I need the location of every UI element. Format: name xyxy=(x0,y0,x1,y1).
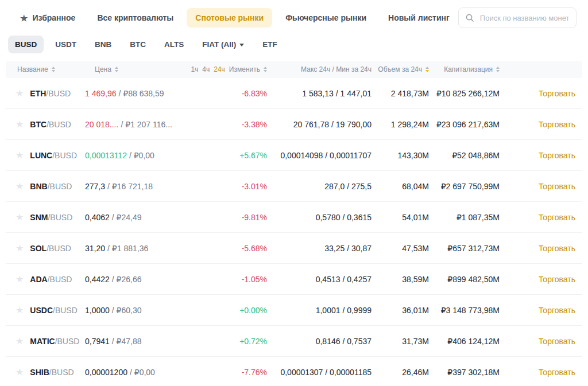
pair-base: LUNC xyxy=(30,151,52,160)
table-row-matic[interactable]: ★ MATIC/BUSD 0,7941/ ₽47,88 +0.72% 0,814… xyxy=(6,326,582,357)
price-cell: 1,0000/ ₽60,30 xyxy=(85,306,187,315)
table-row-eth[interactable]: ★ ETH/BUSD 1 469,96/ ₽88 638,59 -6.83% 1… xyxy=(6,78,582,109)
pair-cell: ★ MATIC/BUSD xyxy=(13,337,85,346)
table-row-snm[interactable]: ★ SNM/BUSD 0,4062/ ₽24,49 -9.81% 0,5780 … xyxy=(6,202,582,233)
volume-24h: 143,30M xyxy=(372,151,429,160)
pair-base: USDC xyxy=(30,306,53,315)
trade-cell: Торговать xyxy=(500,151,575,160)
pair-quote: /BUSD xyxy=(55,337,80,346)
favorite-star-icon[interactable]: ★ xyxy=(16,151,24,160)
filter-tab-fiat[interactable]: FIAT (All) xyxy=(195,36,251,53)
header-change-label[interactable]: Изменить xyxy=(229,65,260,73)
favorite-star-icon[interactable]: ★ xyxy=(16,120,24,129)
trade-link[interactable]: Торговать xyxy=(539,89,575,98)
trade-link[interactable]: Торговать xyxy=(539,275,575,284)
period-24h-toggle[interactable]: 24ч xyxy=(214,65,225,73)
period-1h-toggle[interactable]: 1ч xyxy=(191,65,198,73)
sort-icon xyxy=(496,67,500,72)
table-row-btc[interactable]: ★ BTC/BUSD 20 018..../ ₽1 207 116... -3.… xyxy=(6,109,582,140)
volume-24h: 2 418,73M xyxy=(372,89,429,98)
header-high-low: Макс 24ч / Мин за 24ч xyxy=(267,65,372,73)
trade-cell: Торговать xyxy=(500,120,575,129)
trade-link[interactable]: Торговать xyxy=(539,213,575,222)
filter-tab-usdt[interactable]: USDT xyxy=(48,36,83,53)
pair-quote: /BUSD xyxy=(53,306,78,315)
favorite-star-icon[interactable]: ★ xyxy=(16,306,24,315)
quote-asset-tabs: BUSD USDT BNB BTC ALTS FIAT (All) ETF xyxy=(0,28,588,53)
filter-tab-etf[interactable]: ETF xyxy=(256,36,284,53)
table-row-sol[interactable]: ★ SOL/BUSD 31,20/ ₽1 881,36 -5.68% 33,25… xyxy=(6,233,582,264)
volume-24h: 68,04M xyxy=(372,182,429,191)
trade-cell: Торговать xyxy=(500,244,575,253)
price-cell: 0,4422/ ₽26,66 xyxy=(85,275,187,284)
market-cap: ₽1 087,35M xyxy=(429,213,500,222)
nav-tab-favorites[interactable]: ★ Избранное xyxy=(11,8,84,28)
trade-link[interactable]: Торговать xyxy=(539,337,575,346)
nav-tab-label: Спотовые рынки xyxy=(195,13,264,22)
favorite-star-icon[interactable]: ★ xyxy=(16,275,24,284)
header-cap-label: Капитализация xyxy=(444,65,493,73)
header-cap[interactable]: Капитализация xyxy=(429,65,500,73)
filter-tab-bnb[interactable]: BNB xyxy=(88,36,118,53)
table-row-ada[interactable]: ★ ADA/BUSD 0,4422/ ₽26,66 -1.05% 0,4513 … xyxy=(6,264,582,295)
trade-link[interactable]: Торговать xyxy=(539,182,575,191)
filter-tab-label: BNB xyxy=(95,40,111,49)
sort-icon xyxy=(115,67,118,72)
trade-link[interactable]: Торговать xyxy=(539,306,575,315)
pair-quote: /BUSD xyxy=(47,244,71,253)
favorite-star-icon[interactable]: ★ xyxy=(16,89,24,98)
header-name[interactable]: Название xyxy=(13,65,85,73)
volume-24h: 36,01M xyxy=(372,306,429,315)
pair-quote: /BUSD xyxy=(48,275,72,284)
market-cap: ₽52 048,86M xyxy=(429,151,500,160)
trade-link[interactable]: Торговать xyxy=(539,244,575,253)
trade-cell: Торговать xyxy=(500,337,575,346)
price-value: 1 469,96 xyxy=(85,89,117,98)
high-low-24h: 0,4513 / 0,4257 xyxy=(267,275,372,284)
table-body: ★ ETH/BUSD 1 469,96/ ₽88 638,59 -6.83% 1… xyxy=(6,78,582,386)
filter-tab-label: USDT xyxy=(55,40,76,49)
header-high-low-label: Макс 24ч / Мин за 24ч xyxy=(301,65,372,73)
filter-tab-busd[interactable]: BUSD xyxy=(8,36,44,53)
trade-link[interactable]: Торговать xyxy=(539,151,575,160)
header-volume[interactable]: Объем за 24ч xyxy=(372,65,429,73)
favorite-star-icon[interactable]: ★ xyxy=(16,182,24,191)
pair-quote: /BUSD xyxy=(48,213,72,222)
trade-link[interactable]: Торговать xyxy=(539,368,575,377)
table-row-shib[interactable]: ★ SHIB/BUSD 0,00001200/ ₽0,00 -7.76% 0,0… xyxy=(6,357,582,386)
filter-tab-alts[interactable]: ALTS xyxy=(157,36,191,53)
price-fiat: / ₽88 638,59 xyxy=(119,89,164,98)
favorite-star-icon[interactable]: ★ xyxy=(16,244,24,253)
search-input[interactable] xyxy=(479,13,570,23)
chevron-down-icon xyxy=(239,44,244,46)
high-low-24h: 0,00001307 / 0,00001185 xyxy=(267,368,372,377)
change-24h: -3.38% xyxy=(187,120,267,129)
trade-link[interactable]: Торговать xyxy=(539,120,575,129)
nav-tabs: ★ Избранное Все криптовалюты Спотовые ры… xyxy=(11,8,458,28)
nav-tab-all-crypto[interactable]: Все криптовалюты xyxy=(88,8,182,28)
table-row-usdc[interactable]: ★ USDC/BUSD 1,0000/ ₽60,30 +0.00% 1,0001… xyxy=(6,295,582,326)
nav-tab-futures-markets[interactable]: Фьючерсные рынки xyxy=(277,8,375,28)
table-row-bnb[interactable]: ★ BNB/BUSD 277,3/ ₽16 721,18 -3.01% 287,… xyxy=(6,171,582,202)
favorite-star-icon[interactable]: ★ xyxy=(16,368,24,377)
change-24h: -6.83% xyxy=(187,89,267,98)
price-fiat: / ₽60,30 xyxy=(112,306,142,315)
table-row-lunc[interactable]: ★ LUNC/BUSD 0,00013112/ ₽0,00 +5.67% 0,0… xyxy=(6,140,582,171)
volume-24h: 47,53M xyxy=(372,244,429,253)
favorite-star-icon[interactable]: ★ xyxy=(16,213,24,222)
period-4h-toggle[interactable]: 4ч xyxy=(202,65,210,73)
sort-icon xyxy=(52,67,55,72)
filter-tab-btc[interactable]: BTC xyxy=(123,36,153,53)
favorite-star-icon[interactable]: ★ xyxy=(16,337,24,346)
nav-tab-new-listing[interactable]: Новый листинг xyxy=(380,8,458,28)
price-cell: 20 018..../ ₽1 207 116... xyxy=(85,120,187,129)
nav-tab-spot-markets[interactable]: Спотовые рынки xyxy=(187,8,272,28)
pair-base: SNM xyxy=(30,213,48,222)
trade-cell: Торговать xyxy=(500,182,575,191)
header-price[interactable]: Цена xyxy=(85,65,187,73)
trade-cell: Торговать xyxy=(500,306,575,315)
pair-cell: ★ SHIB/BUSD xyxy=(13,368,85,377)
price-cell: 277,3/ ₽16 721,18 xyxy=(85,182,187,191)
volume-24h: 1 298,24M xyxy=(372,120,429,129)
pair-name: BTC/BUSD xyxy=(30,120,71,129)
